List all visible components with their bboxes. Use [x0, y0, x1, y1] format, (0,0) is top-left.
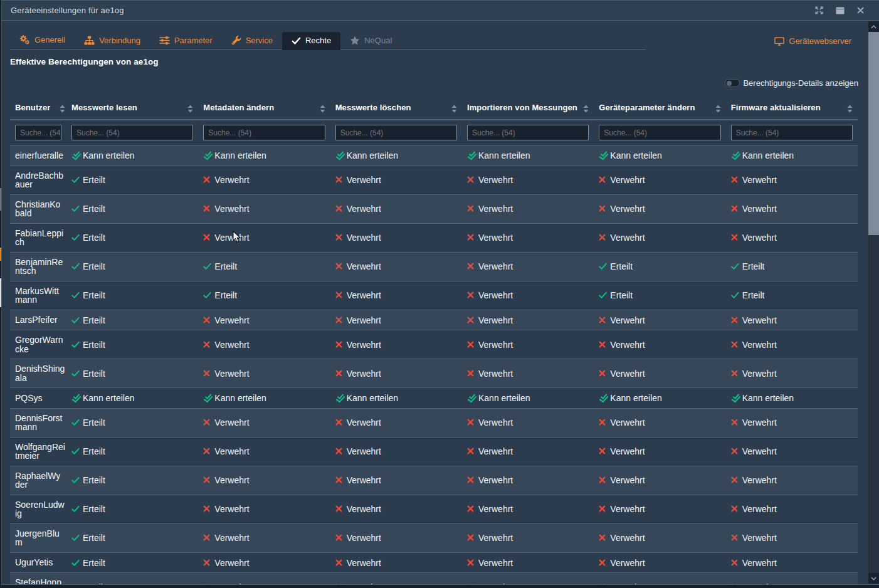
status-label: Verwehrt — [610, 446, 645, 456]
permission-cell: Erteilt — [66, 552, 198, 573]
scrollbar-up-button[interactable] — [868, 21, 879, 32]
vertical-scrollbar[interactable] — [868, 21, 879, 584]
status-icon — [731, 317, 739, 324]
status-icon — [599, 152, 607, 159]
status-icon — [467, 263, 475, 270]
table-row[interactable]: einerfueralleKann erteilenKann erteilenK… — [10, 145, 858, 166]
table-row[interactable]: MarkusWittmannErteiltErteiltVerwehrtVerw… — [10, 281, 858, 310]
scrollbar-thumb[interactable] — [868, 32, 879, 235]
section-heading: Effektive Berechtigungen von ae1og — [10, 57, 868, 66]
check-icon — [599, 291, 607, 299]
close-button[interactable] — [850, 3, 871, 19]
status-label: Erteilt — [83, 261, 105, 271]
details-toggle-switch[interactable] — [725, 79, 740, 87]
x-icon — [599, 341, 606, 348]
double-check-icon — [335, 150, 345, 160]
table-row[interactable]: LarsPfeiferErteiltVerwehrtVerwehrtVerweh… — [10, 310, 858, 330]
status-icon — [71, 234, 80, 241]
column-header[interactable]: Messwerte löschen — [330, 97, 462, 120]
status-label: Erteilt — [83, 533, 105, 543]
maximize-button[interactable] — [829, 3, 850, 19]
column-header[interactable]: Messwerte lesen — [66, 97, 198, 120]
column-search-input[interactable] — [335, 125, 457, 140]
x-icon — [599, 448, 606, 454]
permission-cell: Erteilt — [198, 252, 330, 281]
permission-cell: Verwehrt — [726, 573, 858, 584]
permission-cell: Verwehrt — [330, 573, 462, 584]
window-icon — [836, 7, 845, 14]
status-icon — [203, 341, 211, 349]
status-icon — [335, 317, 344, 324]
column-search-input[interactable] — [599, 125, 720, 140]
table-row[interactable]: ChristianKobaldErteiltVerwehrtVerwehrtVe… — [10, 194, 858, 223]
table-row[interactable]: DennisForstmannErteiltVerwehrtVerwehrtVe… — [10, 408, 858, 437]
table-row[interactable]: PQSysKann erteilenKann erteilenKann erte… — [10, 388, 858, 409]
table-row[interactable]: StefanHoppeErteiltVerwehrtVerwehrtVerweh… — [10, 573, 858, 584]
status-label: Erteilt — [83, 582, 105, 584]
column-search-input[interactable] — [71, 125, 193, 140]
check-icon — [71, 584, 80, 584]
device-webserver-link[interactable]: Gerätewebserver — [774, 36, 851, 46]
status-icon — [599, 341, 607, 349]
column-search-input[interactable] — [731, 125, 853, 140]
column-header[interactable]: Firmware aktualisieren — [726, 97, 858, 120]
status-icon — [71, 176, 80, 184]
table-row[interactable]: BenjaminRentschErteiltErteiltVerwehrtVer… — [10, 252, 858, 281]
column-search-input[interactable] — [467, 125, 589, 140]
status-icon — [335, 370, 344, 377]
table-row[interactable]: FabianLeppichErteiltVerwehrtVerwehrtVerw… — [10, 223, 858, 252]
chevron-up-icon — [871, 25, 876, 29]
table-row[interactable]: SoerenLudwigErteiltVerwehrtVerwehrtVerwe… — [10, 495, 858, 523]
table-row[interactable]: GregorWarnckeErteiltVerwehrtVerwehrtVerw… — [10, 330, 858, 359]
x-icon — [203, 370, 210, 377]
x-icon — [731, 419, 738, 426]
user-cell: einerfueralle — [10, 145, 66, 166]
status-icon — [467, 448, 475, 455]
permission-cell: Verwehrt — [726, 552, 858, 573]
status-icon — [203, 291, 211, 299]
expand-button[interactable] — [809, 3, 829, 19]
search-cell — [10, 120, 66, 145]
sort-icon[interactable] — [187, 105, 193, 113]
x-icon — [467, 263, 474, 270]
x-icon — [599, 534, 606, 541]
tab-nequal[interactable]: NeQual — [340, 32, 401, 50]
sort-icon[interactable] — [583, 105, 589, 113]
status-label: Verwehrt — [347, 340, 381, 350]
status-label: Verwehrt — [347, 582, 381, 584]
table-row[interactable]: RaphaelWyderErteiltVerwehrtVerwehrtVerwe… — [10, 466, 858, 495]
column-header[interactable]: Importieren von Messungen — [462, 97, 594, 120]
tab-verbindung[interactable]: Verbindung — [75, 32, 150, 50]
sort-icon[interactable] — [847, 105, 853, 113]
status-icon — [203, 448, 211, 455]
column-header[interactable]: Benutzer — [10, 97, 66, 120]
search-cell — [66, 120, 198, 145]
sort-icon[interactable] — [60, 105, 65, 113]
status-label: Verwehrt — [610, 558, 645, 568]
status-icon — [71, 370, 80, 377]
table-row[interactable]: DenishShingalaErteiltVerwehrtVerwehrtVer… — [10, 359, 858, 388]
table-row[interactable]: JuergenBlumErteiltVerwehrtVerwehrtVerweh… — [10, 523, 858, 552]
tab-parameter[interactable]: Parameter — [150, 32, 222, 50]
sort-icon[interactable] — [451, 105, 457, 113]
permission-cell: Verwehrt — [198, 552, 330, 573]
column-search-input[interactable] — [15, 125, 61, 140]
x-icon — [335, 370, 342, 377]
tab-generell[interactable]: Generell — [10, 31, 75, 50]
column-header[interactable]: Metadaten ändern — [198, 97, 330, 120]
sort-icon[interactable] — [715, 105, 721, 113]
status-icon — [599, 205, 607, 213]
double-check-icon — [203, 392, 213, 403]
scrollbar-down-button[interactable] — [868, 573, 879, 584]
column-header-label: Importieren von Messungen — [467, 103, 577, 112]
table-row[interactable]: AndreBachbauerErteiltVerwehrtVerwehrtVer… — [10, 165, 858, 194]
table-row[interactable]: WolfgangReitmeierErteiltVerwehrtVerwehrt… — [10, 437, 858, 466]
sort-icon[interactable] — [320, 105, 325, 113]
search-cell — [462, 120, 594, 145]
tab-rechte[interactable]: Rechte — [282, 32, 340, 50]
column-search-input[interactable] — [203, 125, 325, 140]
column-header[interactable]: Geräteparameter ändern — [594, 97, 725, 120]
permission-cell: Verwehrt — [330, 310, 462, 330]
table-row[interactable]: UgurYetisErteiltVerwehrtVerwehrtVerwehrt… — [10, 552, 858, 573]
tab-service[interactable]: Service — [222, 31, 282, 50]
